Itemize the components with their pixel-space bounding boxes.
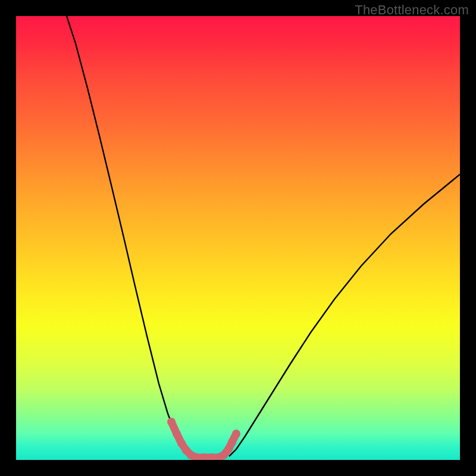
pink-dot	[228, 438, 236, 446]
pink-dot	[167, 418, 176, 426]
curve-left	[67, 16, 190, 456]
watermark-text: TheBottleneck.com	[355, 2, 469, 18]
pink-dot	[173, 430, 181, 438]
curve-layer	[16, 16, 460, 460]
pink-dot	[232, 430, 240, 438]
plot-area	[16, 16, 460, 460]
pink-dot	[224, 445, 233, 453]
curve-right	[229, 174, 460, 456]
